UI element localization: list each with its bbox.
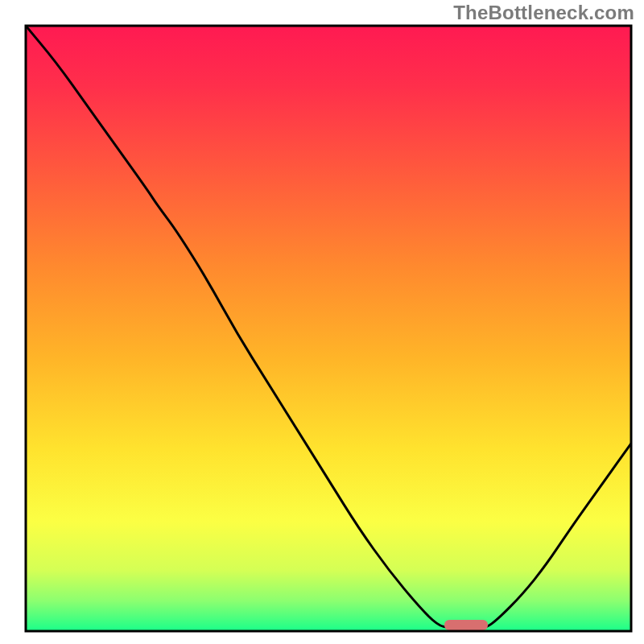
chart-container: TheBottleneck.com <box>0 0 644 644</box>
bottleneck-chart <box>0 0 644 644</box>
gradient-background <box>26 26 631 631</box>
optimum-marker <box>444 620 488 630</box>
